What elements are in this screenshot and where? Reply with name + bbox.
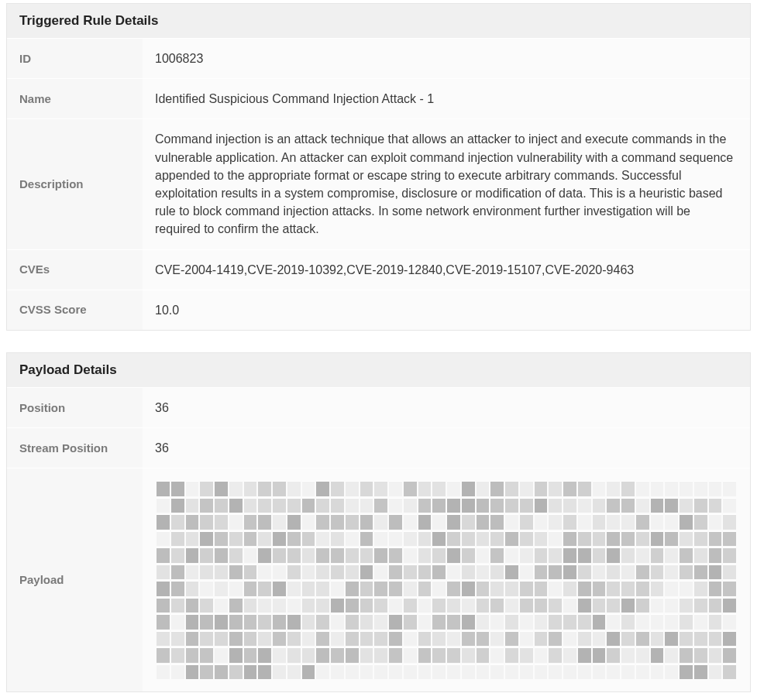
table-row: CVEs CVE-2004-1419,CVE-2019-10392,CVE-20… [7, 249, 750, 290]
value-id: 1006823 [143, 39, 750, 79]
table-row: Description Command injection is an atta… [7, 119, 750, 249]
triggered-rule-panel: Triggered Rule Details ID 1006823 Name I… [6, 3, 751, 331]
value-description: Command injection is an attack technique… [143, 119, 750, 249]
label-stream-position: Stream Position [7, 428, 143, 468]
table-row: ID 1006823 [7, 39, 750, 79]
table-row: CVSS Score 10.0 [7, 290, 750, 330]
table-row: Payload [7, 468, 750, 692]
payload-panel: Payload Details Position 36 Stream Posit… [6, 352, 751, 692]
table-row: Name Identified Suspicious Command Injec… [7, 79, 750, 119]
page-root: Triggered Rule Details ID 1006823 Name I… [0, 3, 757, 700]
value-stream-position: 36 [143, 428, 750, 468]
label-position: Position [7, 387, 143, 427]
triggered-rule-table: ID 1006823 Name Identified Suspicious Co… [7, 38, 750, 330]
value-payload-redacted [143, 468, 750, 692]
label-name: Name [7, 79, 143, 119]
value-name: Identified Suspicious Command Injection … [143, 79, 750, 119]
label-cves: CVEs [7, 249, 143, 290]
payload-redacted-pixelation [155, 479, 738, 681]
label-payload: Payload [7, 468, 143, 692]
payload-title: Payload Details [7, 353, 750, 387]
value-cves: CVE-2004-1419,CVE-2019-10392,CVE-2019-12… [143, 249, 750, 290]
value-cvss-score: 10.0 [143, 290, 750, 330]
label-cvss-score: CVSS Score [7, 290, 143, 330]
payload-table: Position 36 Stream Position 36 Payload [7, 387, 750, 691]
table-row: Position 36 [7, 387, 750, 427]
value-position: 36 [143, 387, 750, 427]
table-row: Stream Position 36 [7, 428, 750, 468]
label-description: Description [7, 119, 143, 249]
triggered-rule-title: Triggered Rule Details [7, 4, 750, 38]
label-id: ID [7, 39, 143, 79]
